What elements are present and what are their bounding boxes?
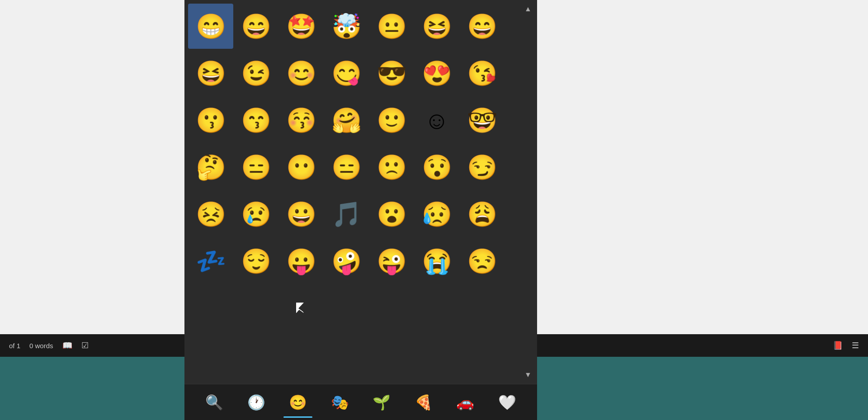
lines-icon: ☰ [852,341,859,350]
emoji-cell-2-1[interactable]: 😙 [233,98,278,143]
page-info: of 1 [9,342,20,350]
status-right-icons: 📕 ☰ [833,341,859,350]
emoji-cell-5-5[interactable]: 😭 [414,238,459,284]
category-travel[interactable]: 🚗 [447,389,483,416]
emoji-cell-4-6[interactable]: 😩 [459,191,505,237]
emoji-cell-1-1[interactable]: 😉 [233,51,278,96]
emoji-cell-5-4[interactable]: 😜 [369,238,414,284]
emoji-cell-3-5[interactable]: 😯 [414,145,459,190]
emoji-cell-1-4[interactable]: 😎 [369,51,414,96]
emoji-cell-1-6[interactable]: 😘 [459,51,505,96]
emoji-cell-0-1[interactable]: 😄 [233,4,278,49]
emoji-cell-3-1[interactable]: 😑 [233,145,278,190]
emoji-cell-4-1[interactable]: 😢 [233,191,278,237]
category-smiley[interactable]: 😊 [280,389,316,416]
emoji-cell-0-5[interactable]: 😆 [414,4,459,49]
emoji-cell-4-5[interactable]: 😥 [414,191,459,237]
emoji-cell-3-0[interactable]: 🤔 [188,145,233,190]
emoji-row-2: 😗 😙 😚 🤗 🙂 ☺ 🤓 [188,98,533,143]
category-search[interactable]: 🔍 [196,389,232,416]
category-food[interactable]: 🍕 [406,389,442,416]
emoji-cell-4-2[interactable]: 😀 [278,191,324,237]
book-open-icon: 📕 [833,341,843,350]
emoji-cell-2-6[interactable]: 🤓 [459,98,505,143]
emoji-cell-3-3[interactable]: 😑 [324,145,369,190]
emoji-cell-5-0[interactable]: 💤 [188,238,233,284]
category-bar: 🔍 🕐 😊 🎭 🌱 🍕 🚗 🤍 [184,384,537,420]
emoji-cell-1-2[interactable]: 😊 [278,51,324,96]
emoji-cell-5-2[interactable]: 😛 [278,238,324,284]
emoji-cell-3-4[interactable]: 🙁 [369,145,414,190]
emoji-cell-0-4[interactable]: 😐 [369,4,414,49]
emoji-cell-0-0[interactable]: 😁 [188,4,233,49]
smiley-icon: 😊 [289,394,307,411]
emoji-cell-3-2[interactable]: 😶 [278,145,324,190]
emoji-cell-5-6[interactable]: 😒 [459,238,505,284]
word-count: 0 words [29,342,53,350]
emoji-picker-panel: ▲ 😁 😄 🤩 🤯 😐 😆 😄 😆 😉 😊 😋 😎 😍 😘 😗 😙 [184,0,537,420]
check-icon: ☑ [81,341,89,350]
scroll-down-button[interactable]: ▼ [519,366,537,384]
nature-icon: 🌱 [373,394,391,411]
category-heart[interactable]: 🤍 [489,389,525,416]
emoji-grid-container: 😁 😄 🤩 🤯 😐 😆 😄 😆 😉 😊 😋 😎 😍 😘 😗 😙 😚 🤗 🙂 [184,0,537,384]
emoji-cell-2-5[interactable]: ☺ [414,98,459,143]
scroll-up-button[interactable]: ▲ [519,0,537,18]
emoji-cell-5-1[interactable]: 😌 [233,238,278,284]
clock-icon: 🕐 [247,394,265,411]
emoji-cell-3-6[interactable]: 😏 [459,145,505,190]
food-icon: 🍕 [415,394,433,411]
category-recent[interactable]: 🕐 [238,389,274,416]
emoji-cell-0-2[interactable]: 🤩 [278,4,324,49]
emoji-cell-2-2[interactable]: 😚 [278,98,324,143]
travel-icon: 🚗 [456,394,474,411]
emoji-cell-0-6[interactable]: 😄 [459,4,505,49]
category-people[interactable]: 🎭 [322,389,358,416]
emoji-cell-4-3[interactable]: 🎵 [324,191,369,237]
emoji-cell-2-4[interactable]: 🙂 [369,98,414,143]
emoji-row-0: 😁 😄 🤩 🤯 😐 😆 😄 [188,4,533,49]
emoji-cell-1-5[interactable]: 😍 [414,51,459,96]
emoji-row-4: 😣 😢 😀 🎵 😮 😥 😩 [188,191,533,237]
emoji-cell-4-4[interactable]: 😮 [369,191,414,237]
emoji-cell-0-3[interactable]: 🤯 [324,4,369,49]
emoji-cell-2-3[interactable]: 🤗 [324,98,369,143]
emoji-cell-1-0[interactable]: 😆 [188,51,233,96]
emoji-cell-4-0[interactable]: 😣 [188,191,233,237]
category-nature[interactable]: 🌱 [363,389,400,416]
emoji-cell-2-0[interactable]: 😗 [188,98,233,143]
emoji-cell-1-3[interactable]: 😋 [324,51,369,96]
emoji-cell-5-3[interactable]: 🤪 [324,238,369,284]
emoji-row-5: 💤 😌 😛 🤪 😜 😭 😒 [188,238,533,284]
book-icon: 📖 [62,341,72,350]
heart-icon: 🤍 [498,394,516,411]
people-icon: 🎭 [331,394,349,411]
search-icon: 🔍 [205,394,223,411]
emoji-row-3: 🤔 😑 😶 😑 🙁 😯 😏 [188,145,533,190]
emoji-row-1: 😆 😉 😊 😋 😎 😍 😘 [188,51,533,96]
